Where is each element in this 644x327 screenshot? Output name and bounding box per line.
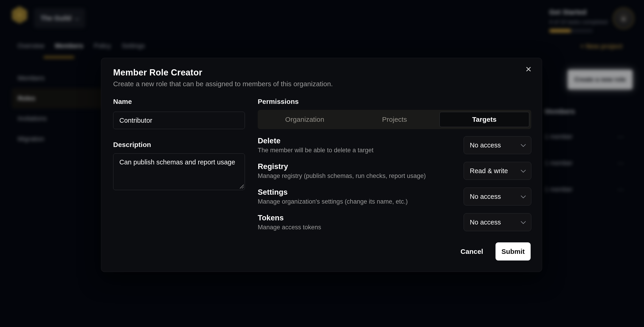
permissions-label: Permissions: [258, 97, 531, 106]
member-role-creator-dialog: ✕ Member Role Creator Create a new role …: [101, 58, 542, 272]
role-description-textarea[interactable]: Can publish schemas and report usage: [113, 153, 245, 190]
tokens-access-select[interactable]: No access: [464, 213, 531, 231]
dialog-title: Member Role Creator: [113, 68, 202, 77]
select-value: No access: [470, 193, 501, 200]
permission-row-tokens: Tokens Manage access tokens No access: [258, 213, 531, 231]
close-icon[interactable]: ✕: [524, 63, 534, 75]
dialog-footer: Cancel Submit: [459, 242, 530, 261]
permission-title: Registry: [258, 162, 426, 171]
permission-row-registry: Registry Manage registry (publish schema…: [258, 162, 531, 180]
permission-description: Manage organization's settings (change i…: [258, 198, 408, 205]
chevron-down-icon: [521, 142, 526, 147]
permission-row-settings: Settings Manage organization's settings …: [258, 188, 531, 205]
tab-projects[interactable]: Projects: [350, 112, 439, 127]
select-value: No access: [470, 219, 501, 226]
permission-title: Settings: [258, 188, 408, 197]
role-form-left: Name Description Can publish schemas and…: [113, 97, 245, 190]
permission-description: Manage access tokens: [258, 223, 321, 231]
chevron-down-icon: [521, 168, 526, 173]
permission-row-delete: Delete The member will be able to delete…: [258, 136, 531, 154]
registry-access-select[interactable]: Read & write: [464, 162, 531, 180]
tab-targets[interactable]: Targets: [440, 112, 529, 127]
delete-access-select[interactable]: No access: [464, 136, 531, 154]
chevron-down-icon: [521, 193, 526, 199]
role-name-input[interactable]: [113, 112, 245, 129]
name-label: Name: [113, 97, 245, 106]
chevron-down-icon: [521, 219, 526, 224]
select-value: Read & write: [470, 167, 508, 175]
permission-rows: Delete The member will be able to delete…: [258, 136, 531, 231]
permissions-section: Permissions Organization Projects Target…: [258, 97, 531, 239]
permissions-scope-tabs: Organization Projects Targets: [258, 110, 531, 129]
submit-button[interactable]: Submit: [496, 242, 530, 261]
description-label: Description: [113, 141, 245, 149]
select-value: No access: [470, 141, 501, 149]
permission-title: Delete: [258, 136, 374, 145]
dialog-subtitle: Create a new role that can be assigned t…: [113, 80, 333, 88]
tab-organization[interactable]: Organization: [260, 112, 350, 127]
settings-access-select[interactable]: No access: [464, 188, 531, 205]
permission-description: Manage registry (publish schemas, run ch…: [258, 172, 426, 180]
permission-title: Tokens: [258, 213, 321, 222]
permission-description: The member will be able to delete a targ…: [258, 146, 374, 154]
resize-handle-icon[interactable]: [239, 184, 244, 189]
cancel-button[interactable]: Cancel: [459, 247, 484, 256]
